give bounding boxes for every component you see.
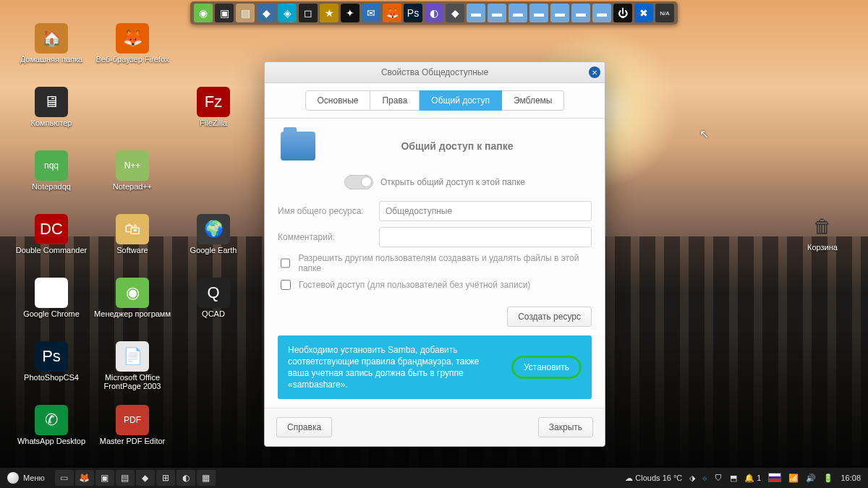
network-icon[interactable]: 📶	[788, 474, 799, 483]
dialog-footer: Справка Закрыть	[265, 408, 605, 446]
desktop-google-earth[interactable]: 🌍Google Earth	[174, 214, 253, 273]
desktop-computer[interactable]: 🖥Компьютер	[12, 87, 91, 146]
update-icon[interactable]: ⬒	[730, 474, 737, 483]
clock[interactable]: 16:08	[841, 474, 861, 482]
tab-0[interactable]: Основные	[305, 90, 371, 111]
dock-app4[interactable]: ★	[320, 4, 339, 22]
task-terminal[interactable]: ▣	[95, 470, 114, 486]
tab-1[interactable]: Права	[370, 90, 420, 111]
desktop-notepadqq[interactable]: nqqNotepadqq	[12, 150, 91, 210]
create-share-button[interactable]: Создать ресурс	[507, 307, 592, 327]
dock-terminal[interactable]: ▣	[215, 4, 234, 22]
task-files[interactable]: ▤	[116, 470, 135, 486]
allow-write-label: Разрешить другим пользователям создавать…	[298, 253, 592, 273]
task-show-desktop[interactable]: ▭	[55, 470, 74, 486]
weather-applet[interactable]: ☁ Clouds 16 °C	[625, 474, 682, 483]
task-app3[interactable]: ▦	[197, 470, 216, 486]
desktop-double-commander[interactable]: DCDouble Commander	[12, 214, 91, 273]
dock-shutdown[interactable]: ⏻	[613, 4, 632, 22]
share-name-input[interactable]	[379, 201, 592, 221]
tab-3[interactable]: Эмблемы	[502, 90, 565, 111]
tab-2[interactable]: Общий доступ	[420, 90, 502, 111]
trash-glyph: 🗑	[806, 210, 839, 243]
comment-label: Комментарий:	[278, 232, 373, 242]
trash-label: Корзина	[807, 243, 838, 252]
help-button[interactable]: Справка	[276, 417, 332, 437]
system-tray: ☁ Clouds 16 °C ⬗ ⟐ ⛉ ⬒ 🔔 1 📶 🔊 🔋 16:08	[625, 473, 868, 484]
dock-na[interactable]: N/A	[655, 4, 674, 22]
share-toggle[interactable]	[344, 175, 373, 189]
dock-folder4[interactable]: ▬	[529, 4, 548, 22]
desktop-program-manager[interactable]: ◉Менеджер программ	[93, 278, 172, 337]
desktop-frontpage[interactable]: 📄Microsoft Office FrontPage 2003	[93, 341, 172, 401]
dock-folder7[interactable]: ▬	[592, 4, 611, 22]
close-dialog-button[interactable]: Закрыть	[538, 417, 593, 437]
battery-icon[interactable]: 🔋	[823, 474, 833, 483]
desktop-software[interactable]: 🛍Software	[93, 214, 172, 273]
notepadqq-label: Notepadqq	[32, 182, 71, 191]
cursor-icon: ↖	[699, 127, 709, 141]
notepadqq-icon: nqq	[35, 150, 68, 181]
share-name-label: Имя общего ресурса:	[278, 206, 373, 216]
google-chrome-label: Google Chrome	[23, 309, 80, 318]
home-folder-label: Домашняя папка	[20, 55, 82, 64]
desktop-master-pdf[interactable]: PDFMaster PDF Editor	[93, 405, 172, 464]
shield-icon[interactable]: ⛉	[715, 474, 723, 482]
task-app2[interactable]: ◐	[176, 470, 195, 486]
task-firefox[interactable]: 🦊	[75, 470, 94, 486]
desktop-notepadpp[interactable]: N++Notepad++	[93, 150, 172, 210]
dock-accessibility[interactable]: ✖	[634, 4, 653, 22]
dock-files[interactable]: ▤	[236, 4, 255, 22]
guest-access-label: Гостевой доступ (для пользователей без у…	[299, 280, 530, 290]
desktop-whatsapp[interactable]: ✆WhatsApp Desktop	[12, 405, 91, 464]
desktop-qcad[interactable]: QQCAD	[174, 278, 253, 337]
dock-photoshop[interactable]: Ps	[404, 4, 422, 22]
dock-app5[interactable]: ✦	[341, 4, 359, 22]
dock-app6[interactable]: ◐	[425, 4, 443, 22]
qcad-icon: Q	[197, 278, 230, 308]
desktop-home-folder[interactable]: 🏠Домашняя папка	[12, 23, 91, 82]
dock-app3[interactable]: ◻	[299, 4, 318, 22]
trash-icon[interactable]: 🗑 Корзина	[806, 210, 839, 252]
program-manager-icon: ◉	[116, 278, 149, 308]
folder-share-icon	[281, 132, 315, 160]
bluetooth-icon[interactable]: ⟐	[702, 474, 707, 482]
double-commander-label: Double Commander	[16, 246, 87, 254]
qcad-label: QCAD	[202, 309, 225, 318]
desktop-filezilla[interactable]: FzFileZilla	[174, 87, 253, 146]
task-wine[interactable]: ⊞	[156, 470, 175, 486]
top-dock: ◉▣▤◆◈◻★✦✉🦊Ps◐◆▬▬▬▬▬▬▬⏻✖N/A	[190, 1, 678, 25]
dock-folder5[interactable]: ▬	[550, 4, 569, 22]
desktop-photoshop[interactable]: PsPhotoShopCS4	[12, 341, 91, 401]
google-chrome-icon: ⬤	[35, 278, 68, 308]
dock-folder1[interactable]: ▬	[467, 4, 485, 22]
dock-mint-menu[interactable]: ◉	[194, 4, 213, 22]
dock-app7[interactable]: ◆	[446, 4, 464, 22]
dock-app1[interactable]: ◆	[257, 4, 276, 22]
guest-access-checkbox[interactable]	[281, 280, 291, 290]
dock-folder6[interactable]: ▬	[571, 4, 590, 22]
allow-write-checkbox[interactable]	[281, 258, 290, 268]
task-app[interactable]: ◆	[136, 470, 155, 486]
dialog-titlebar[interactable]: Свойства Общедоступные ✕	[265, 62, 605, 83]
dock-folder2[interactable]: ▬	[488, 4, 506, 22]
master-pdf-label: Master PDF Editor	[100, 437, 165, 445]
menu-button[interactable]: Меню	[0, 468, 52, 488]
dialog-title: Свойства Общедоступные	[381, 67, 488, 77]
dock-folder3[interactable]: ▬	[509, 4, 527, 22]
install-button[interactable]: Установить	[511, 356, 582, 379]
keyboard-layout[interactable]	[768, 473, 781, 484]
tray-icon-1[interactable]: ⬗	[689, 474, 695, 483]
notification-icon[interactable]: 🔔 1	[744, 474, 761, 483]
volume-icon[interactable]: 🔊	[806, 474, 816, 483]
dock-thunderbird[interactable]: ✉	[362, 4, 380, 22]
desktop-firefox[interactable]: 🦊Веб-браузер Firefox	[93, 23, 172, 82]
dock-app2[interactable]: ◈	[278, 4, 297, 22]
close-button[interactable]: ✕	[589, 67, 600, 78]
mint-logo-icon	[7, 472, 19, 484]
desktop-google-chrome[interactable]: ⬤Google Chrome	[12, 278, 91, 337]
filezilla-label: FileZilla	[200, 119, 227, 127]
firefox-icon: 🦊	[116, 23, 149, 53]
comment-input[interactable]	[379, 227, 592, 247]
dock-firefox[interactable]: 🦊	[383, 4, 401, 22]
